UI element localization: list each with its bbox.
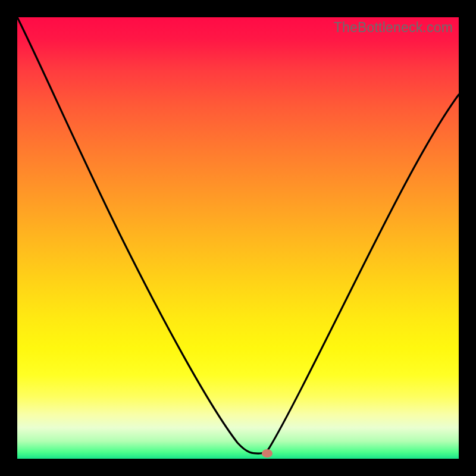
bottleneck-curve <box>17 17 459 459</box>
chart-area: TheBottleneck.com <box>17 17 459 459</box>
curve-path <box>17 17 459 453</box>
optimal-point-marker <box>262 449 273 458</box>
